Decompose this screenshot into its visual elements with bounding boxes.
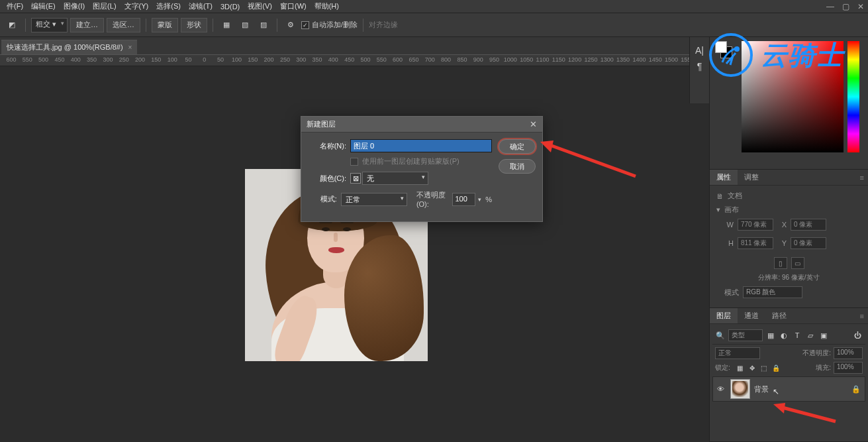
lock-pixels-icon[interactable]: ▦	[736, 364, 745, 372]
y-input[interactable]: 0 像素	[791, 237, 826, 249]
lock-artboard-icon[interactable]: ⬚	[759, 364, 769, 372]
paragraph-icon[interactable]: ¶	[697, 61, 702, 72]
cancel-button[interactable]: 取消	[499, 159, 536, 174]
auto-add-delete-checkbox[interactable]: ✓ 自动添加/删除	[301, 20, 358, 30]
build-button[interactable]: 建立…	[70, 18, 104, 32]
mask-button[interactable]: 蒙版	[152, 18, 178, 32]
boolean-icon-1[interactable]: ▦	[218, 17, 234, 33]
menu-image[interactable]: 图像(I)	[60, 1, 89, 11]
document-icon: 🗎	[716, 192, 724, 200]
layers-menu-icon[interactable]: ≡	[856, 312, 868, 320]
filter-pixel-icon[interactable]: ▦	[765, 330, 776, 341]
lock-all-icon[interactable]: 🔒	[771, 364, 781, 372]
menu-select[interactable]: 选择(S)	[152, 1, 185, 11]
name-label: 名称(N):	[308, 141, 346, 151]
filter-smart-icon[interactable]: ▣	[818, 330, 829, 341]
opacity-label-dlg: 不透明度(O):	[416, 190, 448, 208]
tool-preset-icon[interactable]: ◩	[4, 17, 20, 33]
menu-layer[interactable]: 图层(L)	[89, 1, 120, 11]
document-tab[interactable]: 快速选择工具.jpg @ 100%(RGB/8#) ×	[1, 40, 137, 54]
no-color-icon: ⊠	[350, 173, 361, 184]
opacity-input[interactable]: 100	[452, 193, 476, 206]
layer-color-select[interactable]: 无	[362, 172, 428, 185]
layer-thumbnail[interactable]	[730, 379, 750, 399]
height-input[interactable]: 811 像素	[738, 237, 773, 249]
new-layer-dialog: 新建图层 ✕ 名称(N): 图层 0 使用前一图层创建剪贴蒙版(P) 颜色(C)…	[301, 116, 543, 222]
opacity-select[interactable]: 100%	[834, 347, 863, 359]
type-tool-icon[interactable]: A|	[695, 45, 704, 56]
blend-mode-select-dlg[interactable]: 正常	[341, 193, 407, 206]
panel-menu-icon[interactable]: ≡	[856, 174, 868, 182]
tab-properties[interactable]: 属性	[710, 170, 738, 185]
close-icon[interactable]: ✕	[857, 2, 864, 11]
hue-slider[interactable]	[847, 41, 859, 152]
blend-mode-select[interactable]: 正常	[715, 347, 760, 359]
annotation-arrow-2	[769, 398, 842, 428]
filter-adjust-icon[interactable]: ◐	[779, 330, 789, 341]
check-icon: ✓	[301, 21, 309, 29]
menu-view[interactable]: 视图(V)	[244, 1, 276, 11]
menu-filter[interactable]: 滤镜(T)	[185, 1, 217, 11]
shape-button[interactable]: 形状	[181, 18, 207, 32]
lock-position-icon[interactable]: ✥	[747, 364, 757, 372]
watermark-text: 云骑士	[761, 37, 844, 74]
boolean-icon-3[interactable]: ▨	[256, 17, 271, 33]
lock-icon[interactable]: 🔒	[851, 385, 861, 394]
maximize-icon[interactable]: ▢	[842, 2, 849, 11]
filter-type-select[interactable]: 类型	[728, 329, 763, 341]
auto-add-delete-label: 自动添加/删除	[312, 20, 358, 30]
color-mode-select[interactable]: RGB 颜色	[743, 286, 802, 298]
orientation-portrait-icon[interactable]: ▯	[774, 257, 787, 269]
clip-mask-label: 使用前一图层创建剪贴蒙版(P)	[362, 156, 459, 166]
fill-select[interactable]: 100%	[834, 362, 863, 374]
menu-bar: 件(F) 编辑(E) 图像(I) 图层(L) 文字(Y) 选择(S) 滤镜(T)…	[0, 0, 868, 13]
opacity-unit: %	[485, 195, 492, 203]
brush-size-select[interactable]: 粗交 ▾	[31, 18, 68, 32]
menu-help[interactable]: 帮助(H)	[311, 1, 343, 11]
dialog-titlebar[interactable]: 新建图层 ✕	[301, 117, 542, 133]
selection-button[interactable]: 选区…	[107, 18, 140, 32]
dialog-title-text: 新建图层	[307, 119, 336, 129]
tab-adjust[interactable]: 调整	[738, 170, 765, 185]
menu-file[interactable]: 件(F)	[3, 1, 27, 11]
y-label: Y	[777, 239, 787, 247]
menu-type[interactable]: 文字(Y)	[121, 1, 153, 11]
filter-shape-icon[interactable]: ▱	[805, 330, 816, 341]
menu-window[interactable]: 窗口(W)	[276, 1, 311, 11]
minimize-icon[interactable]: —	[826, 2, 834, 11]
ok-button[interactable]: 确定	[499, 139, 536, 154]
x-label: X	[777, 221, 787, 229]
fill-label: 填充:	[816, 363, 831, 372]
mode-label-dlg: 模式:	[308, 194, 337, 204]
svg-marker-1	[540, 140, 554, 152]
filter-toggle-icon[interactable]: ⏻	[852, 330, 863, 341]
orientation-landscape-icon[interactable]: ▭	[791, 257, 804, 269]
layer-name-input[interactable]: 图层 0	[350, 139, 492, 152]
watermark-logo-icon	[709, 33, 753, 77]
boolean-icon-2[interactable]: ▧	[237, 17, 253, 33]
cursor-pointer-icon: ↖	[773, 387, 779, 396]
filter-search-icon[interactable]: 🔍	[715, 330, 726, 341]
w-label: W	[724, 221, 734, 229]
clip-mask-checkbox: 使用前一图层创建剪贴蒙版(P)	[350, 156, 492, 166]
tab-layers[interactable]: 图层	[710, 308, 738, 323]
opacity-label: 不透明度:	[802, 349, 831, 358]
menu-3d[interactable]: 3D(D)	[217, 3, 244, 11]
properties-panel: 属性 调整 ≡ 🗎文档 ▾ 画布 W770 像素X0 像素 H811 像素Y0 …	[710, 170, 868, 308]
lock-label: 锁定:	[715, 363, 730, 372]
tab-close-icon[interactable]: ×	[128, 44, 132, 51]
gear-icon[interactable]: ⚙	[283, 17, 299, 33]
svg-marker-3	[773, 403, 785, 414]
tab-paths[interactable]: 路径	[765, 308, 793, 323]
dialog-close-icon[interactable]: ✕	[530, 119, 537, 129]
menu-edit[interactable]: 编辑(E)	[27, 1, 60, 11]
x-input[interactable]: 0 像素	[791, 219, 826, 231]
width-input[interactable]: 770 像素	[738, 219, 773, 231]
svg-line-0	[548, 144, 636, 176]
visibility-icon[interactable]: 👁	[717, 385, 726, 393]
tab-channels[interactable]: 通道	[738, 308, 765, 323]
filter-type-icon[interactable]: T	[792, 330, 802, 341]
layer-name: 背景	[754, 384, 769, 394]
doc-label: 文档	[728, 191, 742, 201]
svg-point-4	[734, 46, 740, 52]
